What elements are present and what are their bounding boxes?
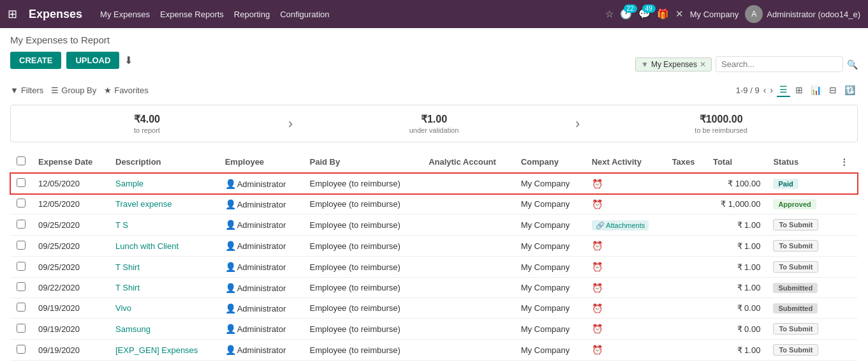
nav-expense-reports[interactable]: Expense Reports [160,10,224,19]
expense-total: ₹ 100.00 [707,173,767,194]
expense-next-activity[interactable]: ⏰ [585,194,666,215]
activity-clock-icon: ⏰ [592,303,603,313]
expense-description[interactable]: [EXP_GEN] Expenses [109,340,219,361]
expense-description[interactable]: Lunch with Client [109,236,219,257]
expense-next-activity[interactable]: 🔗 Attachments [585,215,666,236]
expense-employee: 👤Administrator [219,278,304,298]
description-link[interactable]: [EXP_GEN] Expenses [115,345,198,355]
row-checkbox[interactable] [10,257,32,278]
description-link[interactable]: Vivo [115,303,131,313]
create-button[interactable]: CREATE [10,52,61,69]
table-row[interactable]: 09/25/2020 T Shirt 👤Administrator Employ… [10,257,858,278]
description-link[interactable]: T S [115,220,128,230]
header-status: Status [767,151,834,173]
favorites-button[interactable]: ★ Favorites [104,86,148,95]
expense-status: Approved [767,194,834,215]
prev-page-button[interactable]: ‹ [763,85,767,95]
expense-description[interactable]: T S [109,215,219,236]
star-icon[interactable]: ☆ [605,8,614,20]
clock-badge: 22 [624,4,637,13]
row-checkbox[interactable] [10,173,32,194]
filter-close-icon[interactable]: ✕ [700,60,706,69]
expense-next-activity[interactable]: ⏰ [585,340,666,361]
filter-funnel-icon: ▼ [10,86,18,95]
grid-icon[interactable]: ⊞ [8,7,17,21]
expense-description[interactable]: Vivo [109,298,219,319]
groupby-button[interactable]: ☰ Group By [51,86,96,95]
expense-next-activity[interactable]: ⏰ [585,278,666,298]
description-link[interactable]: Samsung [115,324,151,334]
search-input[interactable] [716,56,843,72]
list-view-button[interactable]: ☰ [777,83,790,97]
table-row[interactable]: 09/19/2020 Vivo 👤Administrator Employee … [10,298,858,319]
kanban-view-button[interactable]: ⊞ [793,83,805,97]
table-row[interactable]: 09/25/2020 Lunch with Client 👤Administra… [10,236,858,257]
description-link[interactable]: Lunch with Client [115,241,179,251]
expense-table: Expense Date Description Employee Paid B… [10,151,858,362]
download-button[interactable]: ⬇ [124,54,133,66]
next-page-button[interactable]: › [770,85,773,95]
expense-total: ₹ 1.00 [707,278,767,298]
header-options[interactable]: ⋮ [834,151,858,173]
expense-paid-by: Employee (to reimburse) [304,173,423,194]
person-icon: 👤 [225,283,236,293]
close-icon[interactable]: ✕ [675,8,684,20]
pivot-view-button[interactable]: ⊟ [827,83,839,97]
expense-next-activity[interactable]: ⏰ [585,236,666,257]
expense-next-activity[interactable]: ⏰ [585,319,666,340]
select-all-header[interactable] [10,151,32,173]
table-row[interactable]: 09/19/2020 Samsung 👤Administrator Employ… [10,319,858,340]
row-checkbox[interactable] [10,194,32,215]
expense-description[interactable]: Sample [109,173,219,194]
filters-button[interactable]: ▼ Filters [10,86,43,95]
calendar-view-button[interactable]: 🔃 [842,83,858,97]
table-row[interactable]: 09/25/2020 T S 👤Administrator Employee (… [10,215,858,236]
chat-icon[interactable]: 💬 49 [638,8,651,20]
expense-next-activity[interactable]: ⏰ [585,257,666,278]
row-checkbox[interactable] [10,236,32,257]
status-badge: Approved [773,199,816,209]
nav-my-expenses[interactable]: My Expenses [100,10,150,19]
row-checkbox[interactable] [10,319,32,340]
search-button[interactable]: 🔍 [847,59,858,70]
description-link[interactable]: T Shirt [115,283,140,292]
pagination: 1-9 / 9 ‹ › ☰ ⊞ 📊 ⊟ 🔃 [736,83,858,97]
row-checkbox[interactable] [10,215,32,236]
expense-description[interactable]: T Shirt [109,257,219,278]
top-right-icons: ☆ 🕐 22 💬 49 🎁 ✕ My Company A Administrat… [605,5,860,23]
table-row[interactable]: 12/05/2020 Travel expense 👤Administrator… [10,194,858,215]
expense-employee: 👤Administrator [219,340,304,361]
table-row[interactable]: 09/22/2020 T Shirt 👤Administrator Employ… [10,278,858,298]
expense-description[interactable]: Samsung [109,319,219,340]
graph-view-button[interactable]: 📊 [808,83,824,97]
table-row[interactable]: 09/19/2020 [EXP_GEN] Expenses 👤Administr… [10,340,858,361]
select-all-checkbox[interactable] [17,156,26,165]
table-row[interactable]: 12/05/2020 Sample 👤Administrator Employe… [10,173,858,194]
row-checkbox[interactable] [10,298,32,319]
expense-total: ₹ 1.00 [707,215,767,236]
upload-button[interactable]: UPLOAD [66,52,119,69]
expense-next-activity[interactable]: ⏰ [585,298,666,319]
expense-description[interactable]: Travel expense [109,194,219,215]
row-actions [834,173,858,194]
view-icons: ☰ ⊞ 📊 ⊟ 🔃 [777,83,858,97]
activity-clock-icon: ⏰ [592,324,603,334]
nav-configuration[interactable]: Configuration [280,10,329,19]
table-header-row: Expense Date Description Employee Paid B… [10,151,858,173]
expense-taxes [666,278,707,298]
row-checkbox[interactable] [10,278,32,298]
row-checkbox[interactable] [10,340,32,361]
nav-reporting[interactable]: Reporting [234,10,270,19]
gift-icon[interactable]: 🎁 [657,8,669,20]
expense-company: My Company [515,173,585,194]
attachment-tag[interactable]: 🔗 Attachments [592,220,649,230]
expense-employee: 👤Administrator [219,215,304,236]
description-link[interactable]: Travel expense [115,199,172,209]
expense-analytic-account [422,236,515,257]
clock-icon[interactable]: 🕐 22 [620,8,632,20]
description-link[interactable]: T Shirt [115,262,140,272]
expense-next-activity[interactable]: ⏰ [585,173,666,194]
expense-description[interactable]: T Shirt [109,278,219,298]
description-link[interactable]: Sample [115,179,143,188]
header-total: Total [707,151,767,173]
